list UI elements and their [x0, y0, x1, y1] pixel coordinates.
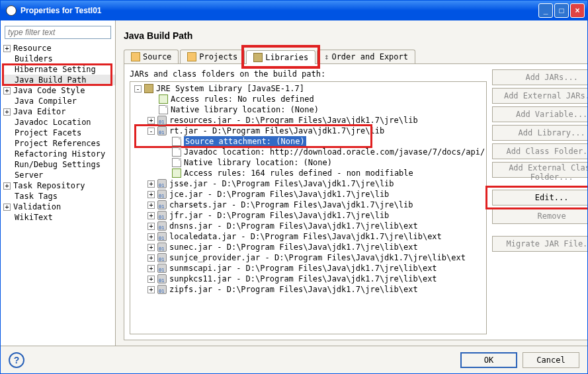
category-item[interactable]: Server: [3, 170, 115, 180]
tree-row[interactable]: Native library location: (None): [132, 104, 485, 115]
category-item[interactable]: +Java Code Style: [3, 85, 115, 96]
tree-row[interactable]: Access rules: No rules defined: [132, 94, 485, 104]
tree-label: Source attachment: (None): [184, 136, 306, 147]
tree-label: sunmscapi.jar - D:\Program Files\Java\jd…: [169, 263, 437, 274]
file-icon: [159, 105, 168, 114]
tree-row[interactable]: +sunmscapi.jar - D:\Program Files\Java\j…: [132, 263, 485, 274]
tree-row[interactable]: Javadoc location: http://download.oracle…: [132, 147, 485, 157]
maximize-button[interactable]: □: [554, 3, 569, 18]
category-label: Refactoring History: [15, 149, 105, 159]
tree-row[interactable]: +sunec.jar - D:\Program Files\Java\jdk1.…: [132, 242, 485, 252]
tab-order[interactable]: ↕ Order and Export: [317, 50, 415, 63]
expand-toggle-icon[interactable]: +: [147, 212, 155, 219]
folder-icon: [187, 52, 196, 61]
expand-toggle-icon[interactable]: +: [147, 265, 155, 272]
add-jars-button[interactable]: Add JARs...: [492, 69, 587, 85]
tree-row[interactable]: Source attachment: (None): [132, 136, 485, 147]
close-button[interactable]: ×: [570, 3, 585, 18]
tree-row[interactable]: Access rules: 164 rules defined - non mo…: [132, 168, 485, 178]
category-item[interactable]: Javadoc Location: [3, 117, 115, 128]
app-icon: [6, 5, 17, 16]
category-item[interactable]: Builders: [3, 54, 115, 64]
add-external-jars-button[interactable]: Add External JARs...: [492, 88, 587, 104]
category-item[interactable]: +Java Editor: [3, 106, 115, 117]
jar-icon: [157, 264, 167, 273]
order-icon: ↕: [324, 52, 329, 61]
category-item[interactable]: Java Build Path: [3, 75, 115, 85]
expand-toggle-icon[interactable]: +: [147, 223, 155, 230]
tab-label: Order and Export: [331, 52, 408, 61]
tab-libraries[interactable]: Libraries: [246, 50, 315, 64]
page-title: Java Build Path: [124, 30, 585, 41]
tab-label: Source: [143, 52, 171, 61]
tree-row[interactable]: +zipfs.jar - D:\Program Files\Java\jdk1.…: [132, 284, 485, 295]
jar-icon: [157, 116, 167, 125]
expand-toggle-icon[interactable]: +: [147, 233, 155, 241]
tab-projects[interactable]: Projects: [180, 50, 245, 63]
tree-row[interactable]: +jce.jar - D:\Program Files\Java\jdk1.7\…: [132, 189, 485, 200]
jar-icon: [157, 126, 167, 135]
tree-row[interactable]: -rt.jar - D:\Program Files\Java\jdk1.7\j…: [132, 126, 485, 136]
cancel-button[interactable]: Cancel: [523, 352, 579, 368]
tree-row[interactable]: +charsets.jar - D:\Program Files\Java\jd…: [132, 200, 485, 210]
tab-label: Libraries: [265, 53, 308, 62]
expand-toggle-icon[interactable]: +: [147, 244, 155, 251]
jar-icon: [157, 243, 167, 252]
expand-toggle-icon[interactable]: -: [134, 85, 142, 93]
category-item[interactable]: Project References: [3, 138, 115, 149]
ok-button[interactable]: OK: [460, 352, 517, 368]
expand-toggle-icon[interactable]: +: [147, 276, 155, 283]
expand-toggle-icon[interactable]: +: [147, 180, 155, 188]
category-item[interactable]: Task Tags: [3, 191, 115, 202]
tree-label: rt.jar - D:\Program Files\Java\jdk1.7\jr…: [169, 126, 384, 136]
expand-toggle-icon[interactable]: +: [147, 202, 155, 209]
expand-toggle-icon[interactable]: +: [147, 117, 155, 124]
category-label: Run/Debug Settings: [15, 160, 101, 169]
remove-button[interactable]: Remove: [492, 208, 587, 224]
expand-toggle-icon[interactable]: +: [147, 286, 155, 293]
classpath-tree[interactable]: -JRE System Library [JavaSE-1.7]Access r…: [130, 81, 487, 334]
category-tree[interactable]: +ResourceBuildersHibernate SettingJava B…: [1, 43, 115, 342]
tree-row[interactable]: +localedata.jar - D:\Program Files\Java\…: [132, 231, 485, 242]
tab-source[interactable]: Source: [124, 50, 179, 63]
category-item[interactable]: Java Compiler: [3, 96, 115, 106]
category-item[interactable]: +Task Repository: [3, 180, 115, 191]
category-item[interactable]: Project Facets: [3, 128, 115, 138]
help-icon[interactable]: ?: [9, 352, 24, 368]
category-label: Javadoc Location: [15, 118, 91, 127]
add-class-folder-button[interactable]: Add Class Folder...: [492, 143, 587, 159]
expand-toggle-icon[interactable]: +: [3, 108, 11, 116]
tree-row[interactable]: +jfr.jar - D:\Program Files\Java\jdk1.7\…: [132, 210, 485, 221]
add-external-class-folder-button[interactable]: Add External Class Folder...: [492, 162, 587, 178]
expand-toggle-icon[interactable]: +: [3, 45, 11, 52]
expand-toggle-icon[interactable]: +: [147, 191, 155, 198]
expand-toggle-icon[interactable]: +: [147, 254, 155, 262]
filter-input[interactable]: [5, 26, 111, 39]
add-library-button[interactable]: Add Library...: [492, 125, 587, 141]
expand-toggle-icon[interactable]: +: [3, 204, 11, 211]
add-variable-button[interactable]: Add Variable...: [492, 106, 587, 122]
tree-row[interactable]: +sunjce_provider.jar - D:\Program Files\…: [132, 252, 485, 263]
tree-row[interactable]: +jsse.jar - D:\Program Files\Java\jdk1.7…: [132, 178, 485, 189]
category-item[interactable]: Refactoring History: [3, 149, 115, 159]
lib-icon: [144, 84, 153, 93]
category-label: Java Compiler: [15, 96, 77, 106]
category-item[interactable]: WikiText: [3, 212, 115, 223]
category-item[interactable]: Run/Debug Settings: [3, 159, 115, 170]
tree-row[interactable]: +resources.jar - D:\Program Files\Java\j…: [132, 115, 485, 126]
tree-row[interactable]: -JRE System Library [JavaSE-1.7]: [132, 83, 485, 94]
edit-button[interactable]: Edit...: [492, 190, 587, 206]
tree-row[interactable]: +sunpkcs11.jar - D:\Program Files\Java\j…: [132, 274, 485, 284]
expand-toggle-icon[interactable]: +: [3, 182, 11, 190]
expand-toggle-icon[interactable]: +: [3, 87, 11, 94]
tree-row[interactable]: Native library location: (None): [132, 157, 485, 168]
category-item[interactable]: +Validation: [3, 202, 115, 212]
migrate-jar-button[interactable]: Migrate JAR File...: [492, 236, 587, 252]
tree-row[interactable]: +dnsns.jar - D:\Program Files\Java\jdk1.…: [132, 221, 485, 231]
category-item[interactable]: Hibernate Setting: [3, 64, 115, 75]
window-title: Properties for TestI01: [21, 6, 101, 15]
expand-toggle-icon[interactable]: -: [147, 128, 155, 135]
category-item[interactable]: +Resource: [3, 43, 115, 54]
tree-label: charsets.jar - D:\Program Files\Java\jdk…: [169, 200, 413, 210]
minimize-button[interactable]: _: [538, 3, 553, 18]
